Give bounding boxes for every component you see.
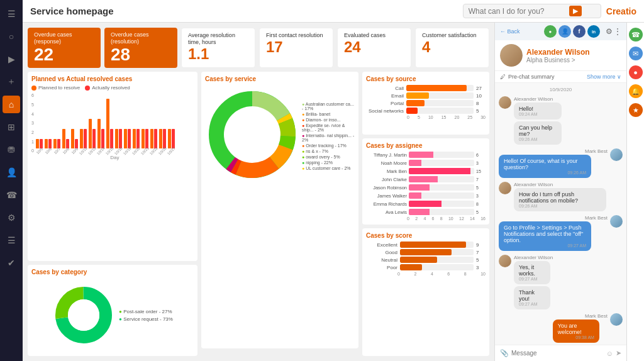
actual-bar — [172, 129, 175, 149]
source-bar-container — [406, 92, 474, 99]
chat-panel: ← Back ● 👤 f in ⚙ ⋮ Alexander Wils — [494, 23, 626, 361]
kpi-label-1: Overdue cases (response) — [34, 31, 94, 45]
kpi-value-2: 28 — [111, 45, 171, 65]
assignee-bar-val: 6 — [476, 153, 486, 157]
linkedin-icon[interactable]: in — [587, 25, 600, 38]
emoji-icon[interactable]: ☺ — [606, 350, 613, 357]
kpi-label-6: Customer satisfaction — [422, 32, 482, 39]
user-mini-avatar-2 — [499, 182, 511, 194]
msg-sender-1: Alexander Wilson — [514, 96, 570, 102]
avatar-image — [500, 44, 523, 67]
sidebar-cart[interactable]: ⛃ — [3, 141, 20, 158]
score-bar-row: Excellent 9 — [366, 242, 486, 248]
sidebar-phone[interactable]: ☎ — [3, 186, 20, 204]
source-bar-label: Call — [366, 86, 404, 91]
planned-bar — [142, 129, 145, 149]
send-icon[interactable]: ➤ — [616, 349, 621, 357]
user-mini-avatar-3 — [499, 255, 511, 267]
y-axis: 6 5 4 3 2 1 0 — [31, 93, 36, 153]
call-action-btn[interactable]: ☎ — [629, 28, 643, 42]
cases-by-service-title: Cases by service — [205, 75, 355, 82]
star-action-btn[interactable]: ★ — [629, 103, 643, 117]
record-action-btn[interactable]: ● — [629, 65, 643, 79]
source-bar-val: 10 — [476, 93, 486, 99]
dashboard-content: Overdue cases (response) 22 Overdue case… — [23, 23, 494, 361]
msg-bubble-3: Hello! Of course, what is your question?… — [499, 155, 591, 178]
dots-icon[interactable]: ⋮ — [614, 27, 621, 36]
sidebar-menu[interactable]: ☰ — [3, 5, 20, 23]
sidebar-home[interactable]: ⌂ — [3, 96, 20, 113]
sidebar-analytics[interactable]: ⊞ — [3, 118, 20, 136]
msg-bubble-7: Thank you! 09:27 AM — [514, 286, 550, 309]
source-bar-fill — [406, 100, 425, 106]
kpi-first-contact: First contact resolution 17 — [259, 28, 333, 68]
score-bar-val: 9 — [476, 242, 486, 248]
user-company[interactable]: Alpha Business > — [526, 57, 590, 64]
show-more-button[interactable]: Show more ∨ — [587, 74, 621, 80]
header: Service homepage ▶ Creatio — [23, 0, 644, 23]
logo: Creatio — [606, 6, 636, 16]
kpi-value-3: 1.1 — [188, 46, 248, 62]
source-bar-val: 27 — [476, 86, 486, 91]
sidebar-add[interactable]: ＋ — [3, 73, 20, 91]
planned-bar — [62, 129, 65, 149]
chat-input-bar: 📎 ☺ ➤ — [495, 345, 626, 361]
planned-bar — [80, 129, 83, 149]
assignee-bar-val: 5 — [476, 186, 486, 190]
sidebar-settings[interactable]: ⚙ — [3, 209, 20, 226]
kpi-value-6: 4 — [422, 39, 482, 55]
sidebar-play[interactable]: ▶ — [3, 50, 20, 68]
assignee-bar-container — [409, 184, 474, 191]
source-bar-row: Call 27 — [366, 85, 486, 91]
service-donut-svg — [205, 87, 299, 182]
score-bar-container — [400, 242, 474, 248]
search-input[interactable] — [469, 7, 569, 16]
category-donut-wrapper: ● Post-sale order - 27% ● Service reques… — [31, 278, 194, 352]
facebook-icon[interactable]: f — [573, 25, 586, 38]
charts-row: Planned vs Actual resolved cases Planned… — [28, 72, 489, 356]
notify-action-btn[interactable]: 🔔 — [629, 84, 643, 98]
score-bar-fill — [400, 257, 437, 263]
chat-messages: 10/9/2020 Alexander Wilson Hello! 09:24 … — [495, 83, 626, 345]
vbar-pair — [159, 89, 166, 148]
pre-chat-label: Pre-chat summary — [508, 74, 555, 80]
cases-by-service-chart: Cases by service — [201, 72, 358, 348]
message-input[interactable] — [511, 350, 604, 357]
assignee-bar-row: Tiffany J. Martin 6 — [366, 152, 486, 158]
sidebar-circle[interactable]: ○ — [3, 28, 20, 45]
profile-top-icon[interactable]: 👤 — [558, 25, 571, 38]
assignee-bar-val: 15 — [476, 169, 486, 174]
email-action-btn[interactable]: ✉ — [629, 47, 643, 60]
vbar-pair — [89, 89, 96, 148]
source-bar-container — [406, 100, 474, 106]
score-bar-container — [400, 264, 474, 270]
back-button[interactable]: ← Back — [500, 28, 520, 35]
assignee-bar-row: Jason Robinson 5 — [366, 184, 486, 191]
sidebar-list[interactable]: ☰ — [3, 231, 20, 249]
msg-bubble-4: How do I turn off push notifications on … — [514, 188, 606, 211]
page-title: Service homepage — [30, 6, 458, 16]
cases-by-source-chart: Cases by source Call 27 Email 10 Portal … — [362, 72, 489, 135]
chat-user-info: Alexander Wilson Alpha Business > — [495, 40, 626, 71]
vertical-bar-chart: 10/5 10/6 10/7 10/8 — [36, 93, 194, 153]
agent-mini-avatar-3 — [610, 313, 623, 326]
planned-vs-actual-chart: Planned vs Actual resolved cases Planned… — [28, 72, 197, 261]
score-bar-label: Neutral — [366, 257, 397, 263]
assignee-bar-fill — [409, 176, 438, 182]
agent-mini-avatar-2 — [610, 215, 623, 228]
actual-bar — [92, 129, 96, 149]
chat-date-1: 10/9/2020 — [499, 87, 623, 92]
cases-by-assignee-title: Cases by assignee — [366, 142, 486, 149]
assignee-label: Mark Ben — [366, 169, 407, 174]
msg-5: Mark Best Go to Profile > Settings > Pus… — [499, 215, 623, 251]
assignee-bar-fill — [409, 201, 441, 207]
gear-icon[interactable]: ⚙ — [606, 27, 613, 36]
sidebar-user[interactable]: 👤 — [3, 164, 20, 181]
sidebar-tasks[interactable]: ✔ — [3, 254, 20, 272]
msg-6: Alexander Wilson Yes, it works. 09:27 AM… — [499, 255, 623, 309]
planned-bar — [36, 139, 39, 149]
msg-4: Alexander Wilson How do I turn off push … — [499, 182, 623, 211]
attach-icon[interactable]: 📎 — [500, 349, 509, 357]
kpi-label-2: Overdue cases (resolution) — [111, 31, 171, 45]
search-button[interactable]: ▶ — [569, 6, 582, 16]
